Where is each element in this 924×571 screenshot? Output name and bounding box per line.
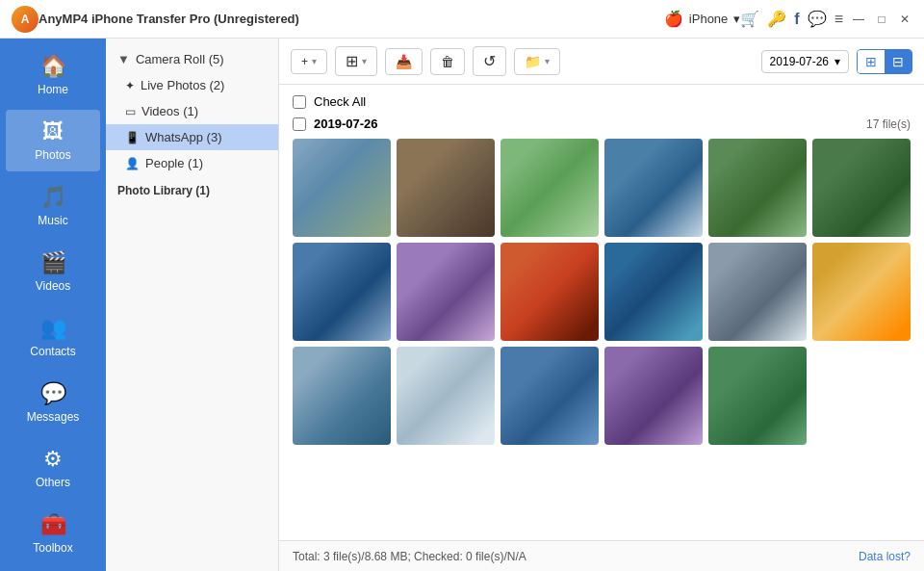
photo-checkbox-12[interactable] xyxy=(816,247,830,260)
view-grid-button[interactable]: ⊞ xyxy=(858,50,885,73)
menu-icon[interactable]: ≡ xyxy=(834,11,843,28)
toolbox-icon: 🧰 xyxy=(40,512,66,537)
contacts-icon: 👥 xyxy=(40,316,66,341)
photo-thumb-5[interactable] xyxy=(708,139,807,237)
whatsapp-label: WhatsApp (3) xyxy=(145,130,221,144)
folder-icon: 📁 xyxy=(525,54,541,69)
date-group-checkbox[interactable] xyxy=(293,117,306,131)
photo-thumb-4[interactable] xyxy=(604,139,703,237)
data-lost-link[interactable]: Data lost? xyxy=(859,550,911,563)
live-photos-label: Live Photos (2) xyxy=(141,78,224,92)
chat-icon[interactable]: 💬 xyxy=(808,10,827,28)
photo-thumb-8[interactable] xyxy=(397,243,495,341)
people-icon: 👤 xyxy=(125,157,140,170)
date-group-label: 2019-07-26 xyxy=(293,117,378,131)
device-selector[interactable]: 🍎 iPhone ▾ xyxy=(664,10,740,28)
view-list-button[interactable]: ⊟ xyxy=(885,50,911,73)
videos-icon: 🎬 xyxy=(40,250,66,275)
main-layout: 🏠 Home 🖼 Photos 🎵 Music 🎬 Videos 👥 Conta… xyxy=(0,39,924,571)
photo-thumb-7[interactable] xyxy=(293,243,391,341)
photo-thumb-15[interactable] xyxy=(500,347,599,445)
add-button[interactable]: + ▾ xyxy=(291,49,327,74)
add-device-icon: 📥 xyxy=(396,54,412,69)
delete-button[interactable]: 🗑 xyxy=(430,48,465,75)
photo-thumb-11[interactable] xyxy=(708,243,807,341)
others-icon: ⚙ xyxy=(43,447,63,472)
photo-checkbox-16[interactable] xyxy=(608,350,622,364)
photos-icon: 🖼 xyxy=(42,119,64,144)
status-bar: Total: 3 file(s)/8.68 MB; Checked: 0 fil… xyxy=(279,540,924,571)
videos-label: Videos (1) xyxy=(141,104,198,118)
view-toggle: ⊞ ⊟ xyxy=(857,49,912,74)
photo-checkbox-1[interactable] xyxy=(296,143,310,156)
tree-videos[interactable]: ▭ Videos (1) xyxy=(106,98,278,124)
tree-people[interactable]: 👤 People (1) xyxy=(106,150,278,176)
photo-checkbox-11[interactable] xyxy=(712,247,726,260)
photo-thumb-9[interactable] xyxy=(500,243,599,341)
music-icon: 🎵 xyxy=(40,185,66,210)
home-icon: 🏠 xyxy=(40,54,66,79)
photo-thumb-16[interactable] xyxy=(604,347,703,445)
photo-checkbox-9[interactable] xyxy=(504,247,518,260)
tree-whatsapp[interactable]: 📱 WhatsApp (3) xyxy=(106,124,278,150)
messages-icon: 💬 xyxy=(40,381,66,406)
maximize-button[interactable]: □ xyxy=(874,12,889,27)
tree-live-photos[interactable]: ✦ Live Photos (2) xyxy=(106,72,278,98)
photo-checkbox-13[interactable] xyxy=(296,350,310,364)
collapse-icon: ▼ xyxy=(117,52,130,66)
photo-checkbox-17[interactable] xyxy=(712,350,726,364)
photo-content: Check All 2019-07-26 17 file(s) xyxy=(279,85,924,540)
sidebar-item-photos[interactable]: 🖼 Photos xyxy=(6,110,100,171)
sidebar-item-contacts[interactable]: 👥 Contacts xyxy=(6,306,100,368)
photo-checkbox-5[interactable] xyxy=(712,143,726,156)
refresh-button[interactable]: ↺ xyxy=(473,46,506,76)
close-button[interactable]: ✕ xyxy=(897,12,912,27)
add-arrow: ▾ xyxy=(312,56,317,66)
folder-arrow: ▾ xyxy=(545,56,550,66)
check-all-row: Check All xyxy=(293,94,911,109)
photo-library-header: Photo Library (1) xyxy=(106,176,278,201)
minimize-button[interactable]: — xyxy=(851,12,866,27)
tree-camera-roll[interactable]: ▼ Camera Roll (5) xyxy=(106,46,278,72)
sidebar-item-toolbox[interactable]: 🧰 Toolbox xyxy=(6,503,100,564)
check-all-checkbox[interactable] xyxy=(293,95,306,109)
photo-thumb-13[interactable] xyxy=(293,347,391,445)
sidebar-label-music: Music xyxy=(38,214,67,227)
photo-checkbox-3[interactable] xyxy=(504,143,518,156)
key-icon[interactable]: 🔑 xyxy=(767,10,786,28)
facebook-icon[interactable]: f xyxy=(794,11,799,28)
photo-thumb-14[interactable] xyxy=(397,347,495,445)
photo-thumb-3[interactable] xyxy=(500,139,599,237)
add-to-device-button[interactable]: 📥 xyxy=(385,48,423,75)
photo-thumb-10[interactable] xyxy=(604,243,703,341)
date-group-text: 2019-07-26 xyxy=(314,117,378,131)
photo-checkbox-14[interactable] xyxy=(400,350,414,364)
photo-checkbox-10[interactable] xyxy=(608,247,622,260)
photo-thumb-1[interactable] xyxy=(293,139,391,237)
sidebar-item-videos[interactable]: 🎬 Videos xyxy=(6,241,100,302)
sidebar-item-home[interactable]: 🏠 Home xyxy=(6,44,100,106)
whatsapp-icon: 📱 xyxy=(125,131,140,144)
date-filter[interactable]: 2019-07-26 ▾ xyxy=(761,50,849,73)
sidebar-item-messages[interactable]: 💬 Messages xyxy=(6,372,100,433)
sidebar-item-others[interactable]: ⚙ Others xyxy=(6,437,100,499)
folder-button[interactable]: 📁 ▾ xyxy=(514,48,560,75)
photo-checkbox-2[interactable] xyxy=(400,143,414,156)
date-header: 2019-07-26 17 file(s) xyxy=(293,117,911,131)
photo-thumb-6[interactable] xyxy=(812,139,911,237)
cart-icon[interactable]: 🛒 xyxy=(740,10,759,28)
photo-thumb-2[interactable] xyxy=(397,139,495,237)
sidebar-label-videos: Videos xyxy=(36,279,70,293)
photo-checkbox-6[interactable] xyxy=(816,143,830,156)
photo-checkbox-15[interactable] xyxy=(504,350,518,364)
photo-grid xyxy=(293,139,911,445)
photo-checkbox-8[interactable] xyxy=(400,247,414,260)
sidebar-label-others: Others xyxy=(36,476,70,489)
export-icon: ⊞ xyxy=(346,52,358,70)
photo-checkbox-4[interactable] xyxy=(608,143,622,156)
photo-thumb-12[interactable] xyxy=(812,243,911,341)
photo-checkbox-7[interactable] xyxy=(296,247,310,260)
photo-thumb-17[interactable] xyxy=(708,347,807,445)
export-button[interactable]: ⊞ ▾ xyxy=(335,46,377,76)
sidebar-item-music[interactable]: 🎵 Music xyxy=(6,175,100,237)
